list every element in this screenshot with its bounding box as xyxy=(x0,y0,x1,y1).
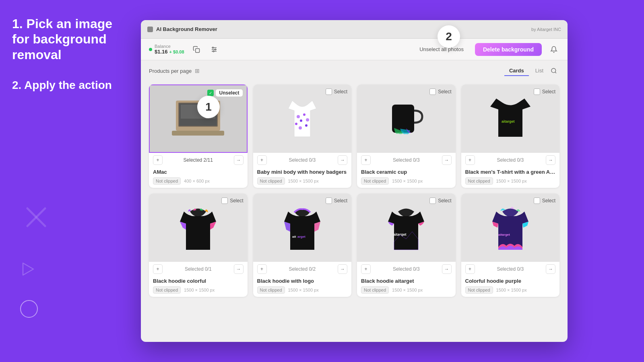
card-dimensions: 1500 × 1500 px xyxy=(496,179,527,183)
nav-action-icon[interactable]: → xyxy=(234,264,244,274)
balance-bonus: + $0.08 xyxy=(169,49,184,54)
card-info: Black hoodie aitarget Not clipped 1500 ×… xyxy=(357,276,456,297)
onesie-image xyxy=(284,97,320,141)
card-select-check[interactable]: Select xyxy=(534,197,555,204)
card-actions: + Selected 0/1 → xyxy=(149,262,248,276)
card-info: Black hoodie with logo Not clipped 1500 … xyxy=(253,276,352,297)
view-controls: Products per page ⊞ Cards List xyxy=(141,60,568,81)
selected-count: Selected 0/3 xyxy=(477,266,544,272)
product-card: Select ait arget + Selected 0/2 xyxy=(253,193,352,297)
checkbox xyxy=(534,197,540,204)
settings-icon[interactable] xyxy=(208,44,220,55)
tab-list[interactable]: List xyxy=(530,66,548,76)
card-select-check[interactable]: Select xyxy=(429,197,451,204)
card-actions: + Selected 0/2 → xyxy=(253,262,352,276)
unselect-label: Unselect xyxy=(216,89,242,97)
add-action-icon[interactable]: + xyxy=(153,155,163,165)
svg-point-8 xyxy=(213,51,214,52)
card-select-check[interactable]: Select xyxy=(429,88,451,95)
card-actions: + Selected 0/3 → xyxy=(461,153,560,167)
not-clipped-badge: Not clipped xyxy=(361,177,389,185)
card-select-check[interactable]: Select xyxy=(326,88,347,95)
card-info: Black men's T-shirt with a green Aitarg … xyxy=(461,167,560,188)
selected-count: Selected 2/11 xyxy=(165,157,231,163)
nav-action-icon[interactable]: → xyxy=(338,155,347,165)
card-select-check[interactable]: Select xyxy=(326,197,347,204)
select-label: Select xyxy=(438,198,451,204)
checkbox xyxy=(221,197,228,204)
grid-options-icon[interactable]: ⊞ xyxy=(195,68,200,74)
product-card: Select aitarget + Selected 0/3 → xyxy=(357,193,456,297)
selected-count: Selected 0/3 xyxy=(477,157,544,163)
hoodie4-image: aitarget xyxy=(490,204,530,252)
card-image-area: Select xyxy=(357,84,456,153)
svg-point-23 xyxy=(299,126,302,130)
product-card: ✓ Unselect + Selected 2/11 → xyxy=(149,84,248,188)
svg-text:arget: arget xyxy=(297,235,305,239)
card-meta: Not clipped 1500 × 1500 px xyxy=(257,286,348,294)
selected-count: Selected 0/3 xyxy=(373,157,440,163)
nav-action-icon[interactable]: → xyxy=(546,264,555,274)
add-action-icon[interactable]: + xyxy=(257,264,267,274)
nav-action-icon[interactable]: → xyxy=(338,264,347,274)
card-title: Baby mini body with honey badgers xyxy=(257,169,348,175)
card-select-check[interactable]: ✓ Unselect xyxy=(207,89,242,97)
card-title: Black hoodie with logo xyxy=(257,278,348,284)
select-label: Select xyxy=(542,198,555,204)
add-action-icon[interactable]: + xyxy=(361,155,371,165)
svg-point-17 xyxy=(297,115,300,118)
nav-action-icon[interactable]: → xyxy=(546,155,555,165)
hoodie2-image: ait arget xyxy=(282,204,322,252)
add-action-icon[interactable]: + xyxy=(257,155,267,165)
step1-text: 1. Pick an image for background removal xyxy=(12,16,129,62)
card-title: Black hoodie aitarget xyxy=(361,278,452,284)
select-label: Select xyxy=(334,89,347,95)
add-action-icon[interactable]: + xyxy=(465,155,475,165)
nav-action-icon[interactable]: → xyxy=(442,155,452,165)
bell-icon[interactable] xyxy=(548,44,559,55)
card-actions: + Selected 0/3 → xyxy=(357,262,456,276)
card-info: Black ceramic cup Not clipped 1500 × 150… xyxy=(357,167,456,188)
card-meta: Not clipped 1500 × 1500 px xyxy=(465,286,556,294)
card-title: Black men's T-shirt with a green Aitarg xyxy=(465,169,556,175)
svg-rect-16 xyxy=(172,131,224,136)
card-image-area: ✓ Unselect xyxy=(149,84,248,153)
card-meta: Not clipped 1500 × 1500 px xyxy=(361,177,452,185)
card-info: Baby mini body with honey badgers Not cl… xyxy=(253,167,352,188)
svg-rect-15 xyxy=(181,119,215,125)
card-meta: Not clipped 1500 × 1500 px xyxy=(257,177,348,185)
nav-action-icon[interactable]: → xyxy=(442,264,452,274)
card-meta: Not clipped 1500 × 1500 px xyxy=(153,286,244,294)
add-action-icon[interactable]: + xyxy=(153,264,163,274)
card-dimensions: 400 × 600 px xyxy=(184,179,210,183)
nav-action-icon[interactable]: → xyxy=(234,155,244,165)
unselect-all-button[interactable]: Unselect all photos xyxy=(419,46,464,52)
add-action-icon[interactable]: + xyxy=(465,264,475,274)
not-clipped-badge: Not clipped xyxy=(361,286,389,294)
delete-background-button[interactable]: Delete background xyxy=(475,43,542,56)
card-select-check[interactable]: Select xyxy=(221,197,243,204)
card-dimensions: 1500 × 1500 px xyxy=(288,179,319,183)
hoodie1-image xyxy=(178,204,218,252)
step-bubble-2: 2 xyxy=(438,25,460,48)
add-action-icon[interactable]: + xyxy=(361,264,371,274)
card-dimensions: 1500 × 1500 px xyxy=(184,288,215,292)
card-image-area: Select aitarget xyxy=(357,193,456,262)
card-image-area: Select aitarget xyxy=(461,84,560,153)
balance-value: $1.16 xyxy=(155,49,168,55)
card-title: Black ceramic cup xyxy=(361,169,452,175)
card-actions: + Selected 0/3 → xyxy=(253,153,352,167)
card-title: Black hoodie colorful xyxy=(153,278,244,284)
product-card: Select + Selected 0/3 → Bla xyxy=(357,84,456,188)
search-icon[interactable] xyxy=(548,65,559,76)
product-card: Select aitarget + Selected 0/3 → Black m… xyxy=(461,84,560,188)
tab-cards[interactable]: Cards xyxy=(504,66,529,76)
product-card: Select aitarget xyxy=(461,193,560,297)
step2-text: 2. Apply the action xyxy=(12,78,129,92)
checkbox xyxy=(326,197,332,204)
checkbox xyxy=(429,197,436,204)
card-select-check[interactable]: Select xyxy=(534,88,555,95)
copy-icon[interactable] xyxy=(191,44,202,55)
not-clipped-badge: Not clipped xyxy=(465,286,493,294)
card-actions: + Selected 0/3 → xyxy=(357,153,456,167)
